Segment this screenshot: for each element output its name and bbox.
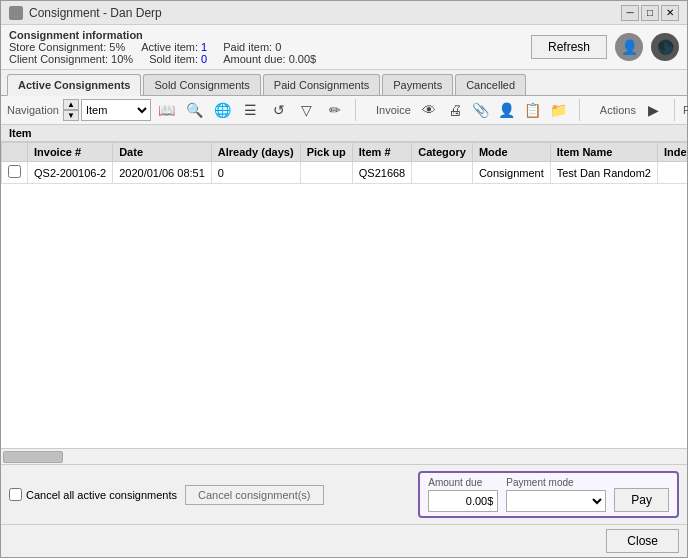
- nav-up-down: ▲ ▼: [63, 99, 79, 121]
- navigation-section: Navigation ▲ ▼ Item Invoice 📖 🔍 🌐 ☰ ↺ ▽ …: [7, 99, 356, 121]
- close-window-button[interactable]: ✕: [661, 5, 679, 21]
- client-consignment: Client Consignment: 10%: [9, 53, 133, 65]
- col-check: [2, 143, 28, 162]
- col-already[interactable]: Already (days): [211, 143, 300, 162]
- refresh-button[interactable]: Refresh: [531, 35, 607, 59]
- maximize-button[interactable]: □: [641, 5, 659, 21]
- scrollbar-thumb[interactable]: [3, 451, 63, 463]
- invoice-label: Invoice: [376, 104, 411, 116]
- info-row-1: Store Consignment: 5% Active item: 1 Pai…: [9, 41, 316, 53]
- cancel-consignments-button[interactable]: Cancel consignment(s): [185, 485, 324, 505]
- play-icon-btn[interactable]: ▶: [642, 99, 666, 121]
- consignment-info: Consignment information Store Consignmen…: [9, 29, 316, 65]
- found-section: Found: 🔍 1: [683, 99, 688, 121]
- pay-button[interactable]: Pay: [614, 488, 669, 512]
- filter-icon-btn[interactable]: ▽: [295, 99, 319, 121]
- tab-cancelled[interactable]: Cancelled: [455, 74, 526, 95]
- found-label: Found:: [683, 104, 688, 116]
- close-button[interactable]: Close: [606, 529, 679, 553]
- cancel-all-checkbox[interactable]: [9, 488, 22, 501]
- navigation-label: Navigation: [7, 104, 59, 116]
- col-item-name[interactable]: Item Name: [550, 143, 657, 162]
- actions-section: Actions ▶: [592, 99, 675, 121]
- info-row-2: Client Consignment: 10% Sold item: 0 Amo…: [9, 53, 316, 65]
- globe-icon-btn[interactable]: 🌐: [211, 99, 235, 121]
- person-icon-btn[interactable]: 👤: [495, 99, 519, 121]
- row-index-code: [657, 162, 687, 184]
- horizontal-scrollbar[interactable]: [1, 448, 687, 464]
- row-invoice: QS2-200106-2: [28, 162, 113, 184]
- table-row[interactable]: QS2-200106-2 2020/01/06 08:51 0 QS21668 …: [2, 162, 688, 184]
- active-item: Active item: 1: [141, 41, 207, 53]
- navigation-select[interactable]: Item Invoice: [81, 99, 151, 121]
- edit-icon-btn[interactable]: ✏: [323, 99, 347, 121]
- row-mode: Consignment: [472, 162, 550, 184]
- paperclip-icon-btn[interactable]: 📎: [469, 99, 493, 121]
- col-index-code[interactable]: Index code: [657, 143, 687, 162]
- footer-bar: Close: [1, 524, 687, 557]
- tabs-bar: Active Consignments Sold Consignments Pa…: [1, 70, 687, 96]
- title-bar-left: Consignment - Dan Derp: [9, 6, 162, 20]
- app-icon: [9, 6, 23, 20]
- title-bar: Consignment - Dan Derp ─ □ ✕: [1, 1, 687, 25]
- tab-paid-consignments[interactable]: Paid Consignments: [263, 74, 380, 95]
- eye-icon-btn[interactable]: 👁: [417, 99, 441, 121]
- window-controls: ─ □ ✕: [621, 5, 679, 21]
- list-icon-btn[interactable]: ☰: [239, 99, 263, 121]
- bottom-bar: Cancel all active consignments Cancel co…: [1, 464, 687, 524]
- row-checkbox[interactable]: [2, 162, 28, 184]
- main-window: Consignment - Dan Derp ─ □ ✕ Consignment…: [0, 0, 688, 558]
- minimize-button[interactable]: ─: [621, 5, 639, 21]
- paid-item: Paid item: 0: [223, 41, 281, 53]
- amount-due-info: Amount due: 0.00$: [223, 53, 316, 65]
- table-body: QS2-200106-2 2020/01/06 08:51 0 QS21668 …: [2, 162, 688, 184]
- row-item-name: Test Dan Random2: [550, 162, 657, 184]
- cancel-section: Cancel all active consignments Cancel co…: [9, 485, 324, 505]
- toolbar: Navigation ▲ ▼ Item Invoice 📖 🔍 🌐 ☰ ↺ ▽ …: [1, 96, 687, 125]
- table-container[interactable]: Invoice # Date Already (days) Pick up It…: [1, 142, 687, 448]
- tab-payments[interactable]: Payments: [382, 74, 453, 95]
- actions-label: Actions: [600, 104, 636, 116]
- refresh-icon-btn[interactable]: ↺: [267, 99, 291, 121]
- nav-down-arrow[interactable]: ▼: [63, 110, 79, 121]
- copy-icon-btn[interactable]: 📋: [521, 99, 545, 121]
- cancel-all-label: Cancel all active consignments: [26, 489, 177, 501]
- search-icon-btn[interactable]: 🔍: [183, 99, 207, 121]
- row-already: 0: [211, 162, 300, 184]
- book-icon-btn[interactable]: 📖: [155, 99, 179, 121]
- info-section-title: Consignment information: [9, 29, 316, 41]
- user-icon[interactable]: 👤: [615, 33, 643, 61]
- print-icon-btn[interactable]: 🖨: [443, 99, 467, 121]
- tab-active-consignments[interactable]: Active Consignments: [7, 74, 141, 96]
- invoice-section: Invoice 👁 🖨 📎 👤 📋 📁: [368, 99, 580, 121]
- info-bar: Consignment information Store Consignmen…: [1, 25, 687, 70]
- payment-section: Amount due Payment mode Cash Credit Card…: [418, 471, 679, 518]
- amount-due-label: Amount due: [428, 477, 498, 488]
- col-date[interactable]: Date: [113, 143, 212, 162]
- col-category[interactable]: Category: [412, 143, 473, 162]
- payment-mode-field: Payment mode Cash Credit Card Check: [506, 477, 606, 512]
- section-header: Item: [1, 125, 687, 142]
- consignments-table: Invoice # Date Already (days) Pick up It…: [1, 142, 687, 184]
- cancel-checkbox-label[interactable]: Cancel all active consignments: [9, 488, 177, 501]
- col-invoice[interactable]: Invoice #: [28, 143, 113, 162]
- nav-up-arrow[interactable]: ▲: [63, 99, 79, 110]
- avatar-icon[interactable]: 🌑: [651, 33, 679, 61]
- payment-mode-label: Payment mode: [506, 477, 606, 488]
- payment-mode-select[interactable]: Cash Credit Card Check: [506, 490, 606, 512]
- row-pickup: [300, 162, 352, 184]
- tab-sold-consignments[interactable]: Sold Consignments: [143, 74, 260, 95]
- window-title: Consignment - Dan Derp: [29, 6, 162, 20]
- refresh-area: Refresh 👤 🌑: [531, 33, 679, 61]
- amount-due-input[interactable]: [428, 490, 498, 512]
- folder-icon-btn[interactable]: 📁: [547, 99, 571, 121]
- row-item-num: QS21668: [352, 162, 411, 184]
- row-date: 2020/01/06 08:51: [113, 162, 212, 184]
- nav-combo: ▲ ▼ Item Invoice: [63, 99, 151, 121]
- store-consignment: Store Consignment: 5%: [9, 41, 125, 53]
- col-mode[interactable]: Mode: [472, 143, 550, 162]
- amount-due-field: Amount due: [428, 477, 498, 512]
- col-pickup[interactable]: Pick up: [300, 143, 352, 162]
- sold-item: Sold item: 0: [149, 53, 207, 65]
- col-item-num[interactable]: Item #: [352, 143, 411, 162]
